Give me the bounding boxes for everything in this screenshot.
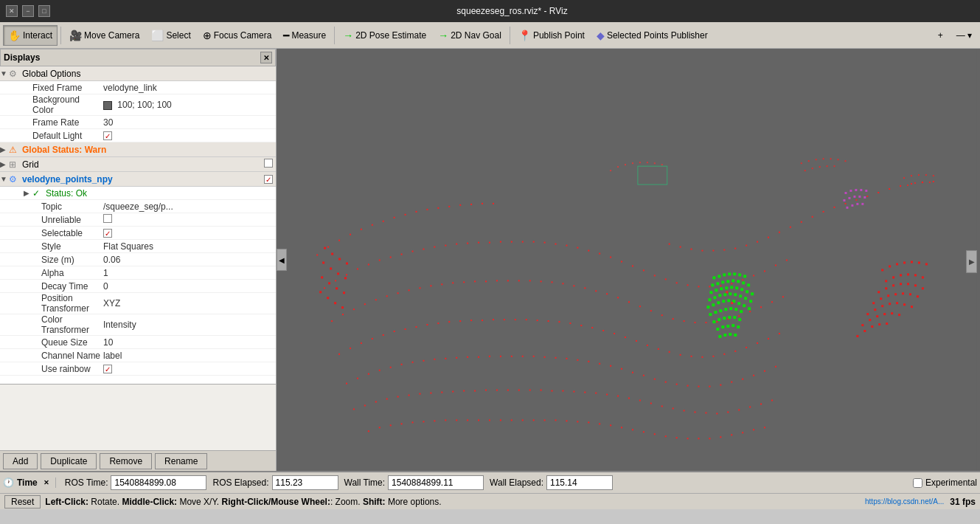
select-button[interactable]: ⬜ Select bbox=[146, 25, 195, 46]
svg-rect-146 bbox=[658, 348, 659, 350]
queue-size-value[interactable]: 10 bbox=[103, 337, 276, 348]
selectable-checkbox[interactable] bbox=[103, 229, 112, 238]
topic-value[interactable]: /squeeze_seg/p... bbox=[103, 201, 276, 212]
close-button[interactable]: ✕ bbox=[6, 5, 18, 17]
alpha-value[interactable]: 1 bbox=[103, 268, 276, 278]
displays-content[interactable]: ▼ ⚙ Global Options Fixed Frame velodyne_… bbox=[0, 66, 276, 384]
svg-rect-5 bbox=[412, 421, 414, 423]
unreliable-checkbox[interactable] bbox=[103, 214, 112, 223]
svg-rect-293 bbox=[892, 276, 894, 278]
decay-time-value[interactable]: 0 bbox=[103, 281, 276, 292]
experimental-checkbox[interactable] bbox=[913, 478, 922, 488]
velodyne-checkbox[interactable] bbox=[264, 175, 273, 184]
svg-rect-355 bbox=[721, 280, 724, 283]
measure-button[interactable]: ━ Measure bbox=[278, 25, 331, 46]
frame-rate-value[interactable]: 30 bbox=[103, 117, 276, 128]
wall-time-input[interactable] bbox=[388, 475, 484, 490]
interact-button[interactable]: ✋ Interact bbox=[3, 25, 58, 46]
selected-points-button[interactable]: ◆ Selected Points Publisher bbox=[591, 25, 713, 46]
selectable-value[interactable] bbox=[103, 228, 276, 238]
svg-rect-316 bbox=[896, 302, 898, 304]
maximize-button[interactable]: □ bbox=[38, 5, 50, 17]
2d-nav-button[interactable]: → 2D Nav Goal bbox=[433, 25, 507, 46]
svg-rect-268 bbox=[757, 241, 758, 243]
svg-rect-408 bbox=[729, 333, 731, 336]
url-text: https://blog.csdn.net/A... bbox=[865, 497, 944, 506]
rename-button[interactable]: Rename bbox=[155, 453, 207, 469]
duplicate-button[interactable]: Duplicate bbox=[41, 453, 97, 469]
add-toolbar-item-button[interactable]: + bbox=[933, 25, 948, 46]
fixed-frame-value[interactable]: velodyne_link bbox=[103, 83, 276, 93]
svg-rect-294 bbox=[900, 274, 902, 276]
displays-close-button[interactable]: ✕ bbox=[260, 52, 272, 63]
svg-rect-336 bbox=[337, 272, 339, 275]
svg-rect-36 bbox=[753, 429, 754, 430]
svg-rect-210 bbox=[434, 247, 435, 248]
svg-rect-363 bbox=[720, 287, 723, 290]
publish-point-label: Publish Point bbox=[533, 30, 585, 41]
svg-rect-292 bbox=[885, 280, 887, 282]
svg-rect-399 bbox=[733, 316, 736, 319]
svg-rect-438 bbox=[823, 158, 824, 159]
minimize-button[interactable]: − bbox=[22, 5, 34, 17]
svg-rect-189 bbox=[673, 318, 674, 320]
remove-button[interactable]: Remove bbox=[100, 453, 152, 469]
svg-rect-186 bbox=[639, 306, 641, 307]
svg-rect-27 bbox=[654, 433, 656, 435]
svg-rect-195 bbox=[738, 315, 740, 317]
svg-rect-3 bbox=[390, 424, 392, 426]
svg-rect-212 bbox=[456, 244, 457, 245]
size-value[interactable]: 0.06 bbox=[103, 255, 276, 265]
svg-rect-6 bbox=[423, 421, 424, 422]
svg-rect-295 bbox=[907, 273, 909, 275]
2d-pose-button[interactable]: → 2D Pose Estimate bbox=[338, 25, 431, 46]
velodyne-arrow[interactable]: ▼ bbox=[0, 175, 9, 183]
add-button[interactable]: Add bbox=[3, 453, 38, 469]
background-color-value[interactable]: 100; 100; 100 bbox=[103, 100, 276, 110]
unreliable-value[interactable] bbox=[103, 214, 276, 225]
color-transformer-value[interactable]: Intensity bbox=[103, 320, 276, 330]
grid-arrow[interactable]: ▶ bbox=[0, 160, 9, 168]
3d-viewport[interactable]: ◀ bbox=[277, 49, 980, 471]
grid-checkbox[interactable] bbox=[264, 159, 273, 168]
svg-rect-138 bbox=[569, 323, 571, 324]
default-light-checkbox[interactable] bbox=[103, 131, 112, 140]
svg-rect-448 bbox=[911, 175, 912, 176]
channel-name-value[interactable]: label bbox=[103, 351, 276, 361]
svg-rect-41 bbox=[386, 399, 388, 400]
velodyne-header[interactable]: ▼ ⚙ velodyne_points_npy bbox=[0, 172, 276, 187]
svg-rect-347 bbox=[717, 275, 720, 277]
remove-toolbar-item-button[interactable]: — ▾ bbox=[951, 25, 977, 46]
ros-elapsed-input[interactable] bbox=[272, 475, 338, 490]
style-value[interactable]: Flat Squares bbox=[103, 241, 276, 252]
properties-panel bbox=[0, 384, 276, 450]
svg-rect-440 bbox=[838, 159, 839, 160]
move-camera-button[interactable]: 🎥 Move Camera bbox=[64, 25, 145, 46]
svg-rect-419 bbox=[853, 196, 855, 198]
grid-header[interactable]: ▶ ⊞ Grid bbox=[0, 157, 276, 172]
time-panel-close-button[interactable]: ✕ bbox=[44, 479, 49, 486]
global-options-arrow[interactable]: ▼ bbox=[0, 69, 9, 77]
default-light-value[interactable] bbox=[103, 131, 276, 141]
svg-rect-32 bbox=[709, 438, 710, 439]
svg-rect-373 bbox=[723, 293, 726, 296]
use-rainbow-value[interactable] bbox=[103, 364, 276, 374]
focus-camera-button[interactable]: ⊕ Focus Camera bbox=[198, 25, 277, 46]
collapse-left-handle[interactable]: ◀ bbox=[277, 249, 287, 271]
selected-points-label: Selected Points Publisher bbox=[607, 30, 708, 41]
ros-time-input[interactable] bbox=[111, 475, 206, 490]
wall-time-group: Wall Time: bbox=[344, 475, 484, 490]
global-status-header[interactable]: ▶ ⚠ Global Status: Warn bbox=[0, 142, 276, 157]
publish-point-button[interactable]: 📍 Publish Point bbox=[513, 25, 590, 46]
reset-button[interactable]: Reset bbox=[4, 495, 41, 509]
use-rainbow-checkbox[interactable] bbox=[103, 365, 112, 373]
global-status-warn-icon: ⚠ bbox=[9, 145, 21, 155]
global-options-header[interactable]: ▼ ⚙ Global Options bbox=[0, 66, 276, 81]
svg-rect-321 bbox=[876, 315, 878, 317]
wall-elapsed-input[interactable] bbox=[546, 475, 613, 490]
position-transformer-value[interactable]: XYZ bbox=[103, 298, 276, 308]
svg-rect-201 bbox=[335, 280, 336, 281]
svg-rect-120 bbox=[372, 338, 373, 339]
velodyne-status-arrow[interactable]: ▶ bbox=[24, 189, 32, 197]
global-status-arrow[interactable]: ▶ bbox=[0, 145, 9, 154]
